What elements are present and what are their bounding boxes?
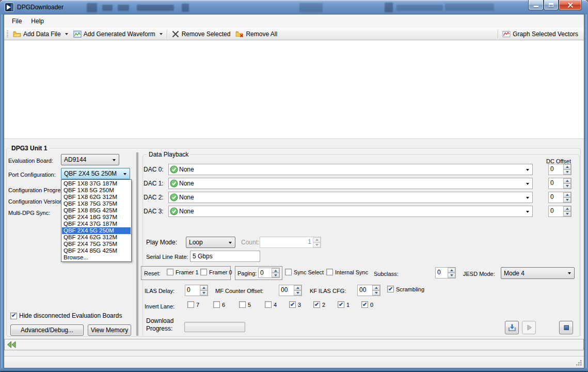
remove-all-button[interactable]: Remove All [233, 28, 280, 40]
spin-down-button[interactable] [200, 290, 208, 296]
dropdown-item[interactable]: QBF 1X8 37G 187M [62, 180, 131, 187]
dropdown-item[interactable]: QBF 2X4 62G 312M [62, 234, 131, 241]
spin-down-button[interactable] [448, 273, 455, 278]
spinner-value[interactable]: 0 [549, 164, 563, 175]
toolbar-grip[interactable] [7, 30, 8, 38]
dropdown-item[interactable]: QBF 2X4 18G 937M [62, 214, 131, 221]
spin-up-button[interactable] [448, 268, 455, 273]
dac3-combobox[interactable]: None [168, 206, 533, 217]
remove-selected-button[interactable]: Remove Selected [169, 28, 233, 40]
close-button[interactable] [559, 0, 582, 10]
spin-up-button[interactable] [272, 268, 279, 273]
play-button[interactable] [522, 321, 536, 334]
collapse-arrows-icon[interactable] [7, 341, 17, 348]
hide-disconnected-checkbox[interactable]: ✔ Hide disconnected Evaluation Boards [10, 312, 122, 319]
add-data-file-dropdown-arrow-icon[interactable] [65, 33, 68, 35]
dac0-combobox[interactable]: None [168, 164, 533, 175]
spinner-value[interactable]: 00 [279, 285, 294, 296]
dac2-combobox[interactable]: None [168, 192, 533, 203]
dropdown-item[interactable]: QBF 1X8 75G 375M [62, 200, 131, 207]
dropdown-item[interactable]: QBF 2X4 5G 250M [62, 227, 131, 234]
invert-lane-3-checkbox[interactable]: ✔ 3 [289, 301, 301, 308]
scrambling-checkbox[interactable]: ✔ Scrambling [387, 286, 424, 292]
spin-down-button[interactable] [563, 197, 571, 203]
dac1-dc-offset-spinner[interactable]: 0 [548, 178, 571, 189]
evaluation-board-combobox[interactable]: AD9144 [61, 154, 119, 165]
play-mode-combobox[interactable]: Loop [186, 237, 235, 248]
jesd-mode-combobox[interactable]: Mode 4 [501, 267, 575, 279]
spin-down-button[interactable] [294, 290, 301, 296]
dropdown-item[interactable]: QBF 1X8 62G 312M [62, 194, 131, 200]
count-spinner[interactable]: 1 [260, 237, 321, 248]
window-controls [528, 0, 582, 10]
internal-sync-checkbox[interactable]: ✔ Internal Sync [326, 269, 368, 275]
spin-up-button[interactable] [294, 285, 301, 290]
lane-label: 2 [322, 302, 325, 308]
dac3-dc-offset-spinner[interactable]: 0 [548, 206, 571, 217]
spin-down-button[interactable] [563, 169, 571, 175]
window-title: DPGDownloader [17, 4, 63, 11]
dropdown-item[interactable]: QBF 2X4 75G 375M [62, 241, 131, 247]
spin-down-button[interactable] [563, 211, 571, 216]
spinner-value[interactable]: 0 [549, 192, 563, 203]
paging-spinner[interactable]: 0 [258, 268, 280, 278]
view-memory-button[interactable]: View Memory [88, 324, 131, 336]
invert-lane-6-checkbox[interactable]: ✔ 6 [213, 301, 225, 308]
spinner-value[interactable]: 0 [185, 285, 200, 296]
spin-down-button[interactable] [563, 183, 571, 189]
add-generated-waveform-button[interactable]: Add Generated Waveform [71, 28, 165, 40]
dropdown-item[interactable]: QBF 2X4 85G 425M [62, 247, 131, 254]
spinner-value[interactable]: 0 [549, 178, 563, 189]
mf-counter-offset-spinner[interactable]: 00 [279, 285, 302, 296]
invert-lane-0-checkbox[interactable]: ✔ 0 [361, 301, 373, 308]
waveform-vector-list[interactable] [4, 40, 584, 138]
spin-down-button[interactable] [272, 273, 279, 277]
advanced-debug-button[interactable]: Advanced/Debug... [10, 324, 84, 336]
graph-selected-vectors-button[interactable]: Graph Selected Vectors [500, 28, 581, 40]
spin-up-button[interactable] [200, 285, 208, 290]
title-bar[interactable]: DPGDownloader [0, 0, 588, 14]
titlebar-reflection [118, 5, 129, 11]
sync-select-checkbox[interactable]: ✔ Sync Select [285, 269, 324, 275]
kf-ilas-cfg-spinner[interactable]: 00 [357, 285, 380, 296]
spinner-value[interactable]: 0 [436, 268, 448, 278]
resize-grip[interactable] [576, 360, 582, 366]
panel-splitter[interactable] [136, 152, 138, 336]
minimize-button[interactable] [528, 0, 544, 10]
add-generated-waveform-dropdown-arrow-icon[interactable] [160, 33, 163, 35]
serial-line-rate-field[interactable]: 5 Gbps [190, 251, 260, 262]
stop-button[interactable] [559, 321, 573, 334]
dropdown-item[interactable]: QBF 1X8 85G 425M [62, 207, 131, 214]
dac1-combobox[interactable]: None [168, 178, 533, 189]
port-configuration-label: Port Configuration: [8, 171, 56, 178]
dac0-dc-offset-spinner[interactable]: 0 [548, 164, 571, 175]
invert-lane-7-checkbox[interactable]: ✔ 7 [187, 301, 199, 308]
port-configuration-combobox[interactable]: QBF 2X4 5G 250M [61, 168, 130, 179]
ilas-delay-spinner[interactable]: 0 [185, 285, 208, 296]
dac2-dc-offset-spinner[interactable]: 0 [548, 192, 571, 203]
menu-file[interactable]: File [7, 14, 26, 28]
menu-help[interactable]: Help [26, 14, 49, 28]
spin-up-button[interactable] [563, 178, 571, 183]
spin-down-button[interactable] [372, 290, 380, 296]
invert-lane-2-checkbox[interactable]: ✔ 2 [313, 301, 325, 308]
maximize-button[interactable] [544, 0, 559, 10]
invert-lane-4-checkbox[interactable]: ✔ 4 [265, 301, 277, 308]
spin-up-button[interactable] [563, 192, 571, 197]
dropdown-item[interactable]: QBF 1X8 5G 250M [62, 187, 131, 194]
invert-lane-5-checkbox[interactable]: ✔ 5 [239, 301, 251, 308]
add-data-file-button[interactable]: Add Data File [10, 28, 71, 40]
subclass-spinner[interactable]: 0 [435, 267, 456, 278]
dropdown-item[interactable]: Browse... [62, 254, 131, 261]
spinner-value[interactable]: 00 [358, 285, 372, 296]
framer1-checkbox[interactable]: ✔ Framer 1 [167, 269, 199, 275]
download-button[interactable] [505, 321, 519, 334]
framer0-checkbox[interactable]: ✔ Framer 0 [200, 269, 232, 275]
spin-up-button[interactable] [563, 164, 571, 169]
spin-up-button[interactable] [372, 285, 380, 290]
spinner-value[interactable]: 0 [259, 268, 272, 277]
spinner-value[interactable]: 0 [549, 206, 563, 216]
dropdown-item[interactable]: QBF 2X4 37G 187M [62, 221, 131, 227]
invert-lane-1-checkbox[interactable]: ✔ 1 [338, 301, 349, 308]
spin-up-button[interactable] [563, 206, 571, 211]
